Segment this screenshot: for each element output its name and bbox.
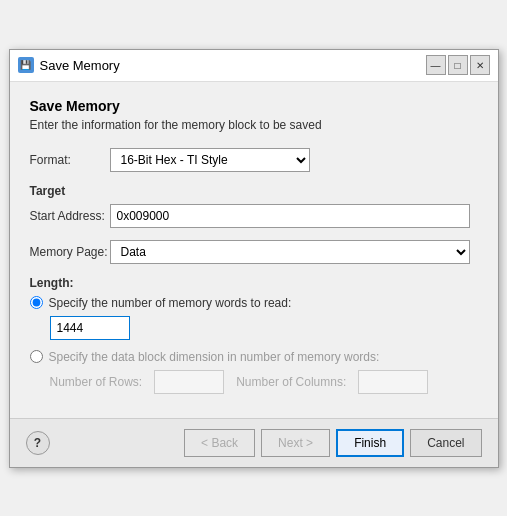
footer-left: ? [26, 431, 50, 455]
memory-page-group: Memory Page: Data Program IO [30, 240, 478, 264]
target-section-label: Target [30, 184, 478, 198]
memory-page-label: Memory Page: [30, 245, 110, 259]
format-group: Format: 16-Bit Hex - TI Style 8-Bit Hex … [30, 148, 478, 172]
start-address-input[interactable] [110, 204, 470, 228]
radio-dim-row: Specify the data block dimension in numb… [30, 350, 478, 364]
maximize-button[interactable]: □ [448, 55, 468, 75]
num-cols-input [358, 370, 428, 394]
num-cols-label: Number of Columns: [236, 375, 346, 389]
finish-button[interactable]: Finish [336, 429, 404, 457]
radio-dim-input[interactable] [30, 350, 43, 363]
radio-group: Specify the number of memory words to re… [30, 296, 478, 394]
main-window: 💾 Save Memory — □ ✕ Save Memory Enter th… [9, 49, 499, 468]
format-label: Format: [30, 153, 110, 167]
page-subtitle: Enter the information for the memory blo… [30, 118, 478, 132]
title-bar: 💾 Save Memory — □ ✕ [10, 50, 498, 82]
title-bar-left: 💾 Save Memory [18, 57, 120, 73]
footer-buttons: < Back Next > Finish Cancel [184, 429, 481, 457]
close-button[interactable]: ✕ [470, 55, 490, 75]
minimize-button[interactable]: — [426, 55, 446, 75]
dialog-footer: ? < Back Next > Finish Cancel [10, 418, 498, 467]
start-address-label: Start Address: [30, 209, 110, 223]
length-section-label: Length: [30, 276, 478, 290]
cancel-button[interactable]: Cancel [410, 429, 481, 457]
help-button[interactable]: ? [26, 431, 50, 455]
radio-dim-label[interactable]: Specify the data block dimension in numb… [49, 350, 380, 364]
num-rows-label: Number of Rows: [50, 375, 143, 389]
title-controls: — □ ✕ [426, 55, 490, 75]
radio-words-row: Specify the number of memory words to re… [30, 296, 478, 310]
dimension-row: Number of Rows: Number of Columns: [50, 370, 478, 394]
start-address-group: Start Address: [30, 204, 478, 228]
dialog-content: Save Memory Enter the information for th… [10, 82, 498, 418]
radio-words-label[interactable]: Specify the number of memory words to re… [49, 296, 292, 310]
words-input[interactable] [50, 316, 130, 340]
window-title: Save Memory [40, 58, 120, 73]
back-button[interactable]: < Back [184, 429, 255, 457]
length-section: Length: Specify the number of memory wor… [30, 276, 478, 394]
page-title: Save Memory [30, 98, 478, 114]
memory-page-select[interactable]: Data Program IO [110, 240, 470, 264]
next-button[interactable]: Next > [261, 429, 330, 457]
num-rows-input [154, 370, 224, 394]
radio-words-input[interactable] [30, 296, 43, 309]
window-icon: 💾 [18, 57, 34, 73]
format-select[interactable]: 16-Bit Hex - TI Style 8-Bit Hex - TI Sty… [110, 148, 310, 172]
target-group: Target Start Address: Memory Page: Data … [30, 184, 478, 264]
